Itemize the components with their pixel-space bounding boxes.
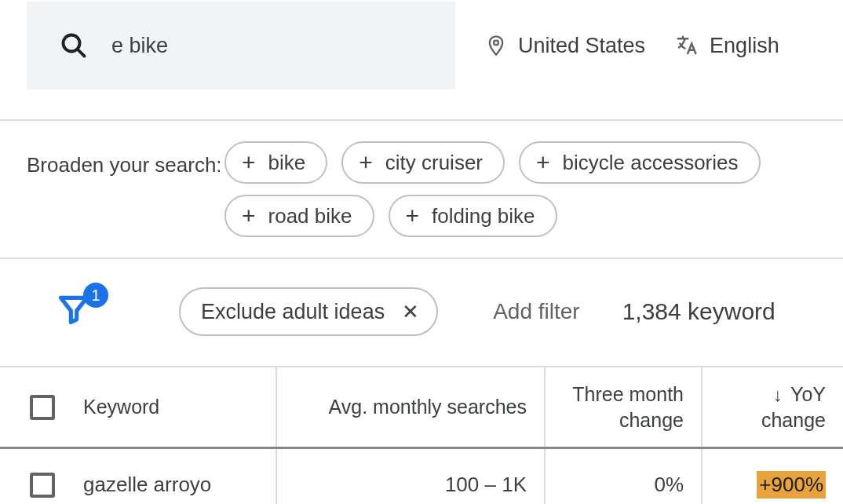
chip-label: city cruiser <box>385 151 483 175</box>
chip-label: bike <box>268 151 306 175</box>
broaden-chip-bicycle-accessories[interactable]: +bicycle accessories <box>519 141 761 184</box>
svg-point-2 <box>494 41 498 46</box>
chip-label: road bike <box>268 204 352 228</box>
three-month-cell: 0% <box>545 448 702 505</box>
broaden-label: Broaden your search: <box>27 141 224 184</box>
broaden-chips: +bike +city cruiser +bicycle accessories… <box>224 141 816 237</box>
chip-label: folding bike <box>432 204 535 228</box>
select-all-checkbox[interactable] <box>30 395 55 420</box>
search-input[interactable] <box>88 33 432 59</box>
broaden-chip-bike[interactable]: +bike <box>224 141 327 184</box>
plus-icon: + <box>242 204 256 228</box>
table-header-row: Keyword Avg. monthly searches Three mont… <box>0 367 843 448</box>
active-filter-chip[interactable]: Exclude adult ideas ✕ <box>179 287 438 336</box>
location-icon <box>485 35 507 57</box>
language-selector[interactable]: English <box>675 34 779 58</box>
chip-label: bicycle accessories <box>563 151 739 175</box>
broaden-chip-city-cruiser[interactable]: +city cruiser <box>341 141 505 184</box>
column-header-yoy[interactable]: ↓YoY change <box>702 367 843 448</box>
language-label: English <box>710 34 779 58</box>
yoy-cell: +900% <box>757 471 826 499</box>
location-label: United States <box>518 34 645 58</box>
keywords-table: Keyword Avg. monthly searches Three mont… <box>0 366 843 504</box>
location-selector[interactable]: United States <box>485 34 645 58</box>
translate-icon <box>675 34 699 57</box>
search-box[interactable] <box>27 2 455 89</box>
broaden-chip-folding-bike[interactable]: +folding bike <box>389 195 557 237</box>
svg-line-1 <box>78 49 85 57</box>
column-header-avg-searches[interactable]: Avg. monthly searches <box>276 367 545 448</box>
plus-icon: + <box>359 151 373 174</box>
top-bar: United States English <box>0 0 843 119</box>
sort-desc-icon: ↓ <box>773 384 783 405</box>
table-row: gazelle arroyo 100 – 1K 0% +900% <box>0 448 843 505</box>
column-header-three-month[interactable]: Three month change <box>545 367 702 448</box>
plus-icon: + <box>406 204 420 228</box>
broaden-section: Broaden your search: +bike +city cruiser… <box>0 119 843 257</box>
search-icon <box>60 31 88 60</box>
row-checkbox[interactable] <box>30 473 55 498</box>
filter-count-badge: 1 <box>83 283 108 308</box>
plus-icon: + <box>242 151 256 174</box>
keyword-count-label: 1,384 keyword <box>622 298 775 325</box>
filter-chip-label: Exclude adult ideas <box>201 300 385 324</box>
column-header-keyword[interactable]: Keyword <box>83 394 159 420</box>
plus-icon: + <box>536 151 550 174</box>
yoy-header-text: YoY change <box>761 383 826 431</box>
add-filter-button[interactable]: Add filter <box>493 299 580 324</box>
close-icon[interactable]: ✕ <box>402 300 419 324</box>
keyword-cell: gazelle arroyo <box>83 473 211 497</box>
filter-bar: 1 Exclude adult ideas ✕ Add filter 1,384… <box>0 259 843 366</box>
broaden-chip-road-bike[interactable]: +road bike <box>224 195 374 237</box>
avg-searches-cell: 100 – 1K <box>276 448 545 505</box>
filter-button[interactable]: 1 <box>57 292 96 331</box>
